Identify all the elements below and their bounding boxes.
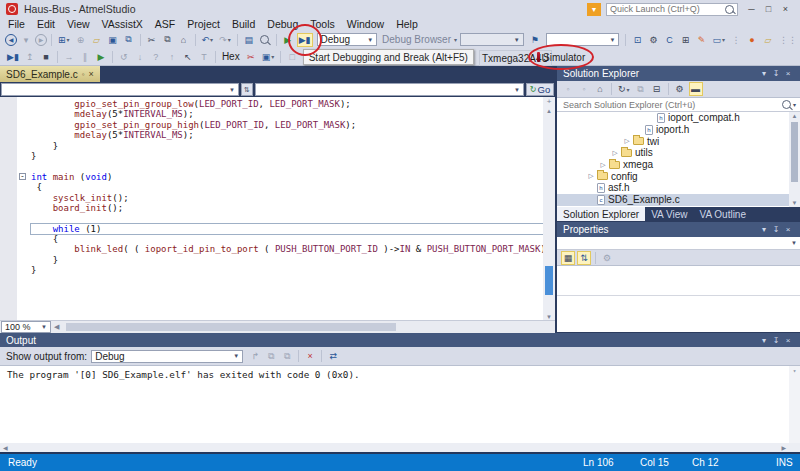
next-message-icon[interactable]: ⧉ — [280, 349, 294, 363]
tab-solution-explorer[interactable]: Solution Explorer — [557, 207, 645, 221]
restart-debug-icon[interactable]: ▶▮ — [5, 50, 21, 64]
start-debug-break-icon[interactable]: ▶▮ — [297, 33, 313, 47]
tree-item-twi[interactable]: ▷twi — [557, 135, 800, 147]
pending-changes-icon[interactable]: ↻▾ — [616, 82, 632, 96]
break-all-icon[interactable]: ∥ — [78, 50, 92, 64]
output-title-bar[interactable]: Output ▾↧× — [0, 333, 800, 347]
menu-window[interactable]: Window — [341, 18, 390, 31]
solution-explorer-search-input[interactable] — [561, 99, 780, 111]
step-into-icon[interactable]: ↓ — [133, 50, 147, 64]
pin-icon[interactable]: ◦ — [82, 70, 85, 79]
output-horizontal-scrollbar[interactable]: ◀ ▶ — [0, 443, 800, 452]
close-icon[interactable]: × — [782, 225, 794, 234]
paste-icon[interactable]: ⌂ — [177, 33, 191, 47]
open-file-icon[interactable]: ▱ — [90, 33, 104, 47]
tree-item-xmega[interactable]: ▷xmega — [557, 159, 800, 171]
tab-va-outline[interactable]: VA Outline — [693, 207, 752, 221]
navigate-forward-icon[interactable]: ▶ — [35, 34, 47, 46]
collapse-all-icon[interactable]: ⊟ — [650, 82, 664, 96]
output-vertical-scrollbar[interactable]: ▾ — [789, 366, 800, 443]
nav-spinner-button[interactable]: ⇅ — [241, 83, 253, 96]
member-combobox[interactable]: ▼ — [255, 83, 524, 96]
scope-combobox[interactable]: ▼ — [1, 83, 239, 96]
tree-scrollbar[interactable]: ▲ ▼ — [789, 112, 800, 207]
scroll-up-icon[interactable]: ▲ — [789, 113, 800, 119]
window-position-icon[interactable]: ▾ — [758, 69, 770, 78]
fold-collapse-icon[interactable]: - — [19, 173, 26, 180]
menu-tools[interactable]: Tools — [304, 18, 341, 31]
se-back-icon[interactable]: ◦ — [561, 82, 575, 96]
continue-icon[interactable]: ▶ — [94, 50, 108, 64]
solution-configurations-icon[interactable]: ▤ — [242, 33, 256, 47]
alphabetical-icon[interactable]: ⇅ — [577, 251, 591, 265]
prev-message-icon[interactable]: ⧉ — [264, 349, 278, 363]
stop-debug-icon[interactable]: ■ — [39, 50, 53, 64]
feedback-icon[interactable]: ▼ — [587, 3, 601, 16]
refresh-device-icon[interactable]: C — [662, 33, 676, 47]
scroll-up-icon[interactable]: ▾ — [789, 367, 800, 374]
menu-asf[interactable]: ASF — [149, 18, 181, 31]
menu-build[interactable]: Build — [226, 18, 261, 31]
scrollbar-thumb[interactable] — [545, 266, 553, 295]
output-source-combobox[interactable]: Debug ▼ — [91, 350, 243, 363]
menu-file[interactable]: File — [2, 18, 31, 31]
scroll-down-icon[interactable]: ▼ — [543, 314, 555, 320]
menu-project[interactable]: Project — [181, 18, 226, 31]
output-text-area[interactable]: The program '[0] SD6_Example.elf' has ex… — [0, 366, 800, 443]
device-programming-icon[interactable]: ▭▾ — [710, 33, 727, 47]
package-icon[interactable]: ⊞ — [678, 33, 692, 47]
save-all-icon[interactable]: ⧉ — [122, 33, 136, 47]
se-home-icon[interactable]: ⌂ — [593, 82, 607, 96]
goto-source-icon[interactable]: ↱ — [248, 349, 262, 363]
hex-toggle[interactable]: Hex — [222, 51, 240, 62]
property-pages-icon[interactable]: ⚙ — [600, 251, 614, 265]
menu-edit[interactable]: Edit — [31, 18, 61, 31]
breakpoint-margin[interactable] — [0, 97, 17, 320]
scroll-left-icon[interactable]: ◀ — [3, 444, 8, 451]
overflow-icon[interactable]: ⋮ — [729, 33, 743, 47]
tree-item-sd6-example-c[interactable]: cSD6_Example.c — [557, 194, 800, 206]
tree-item-asf-h[interactable]: hasf.h — [557, 182, 800, 194]
scroll-left-icon[interactable]: ◀ — [54, 323, 59, 331]
search-toolbar-combobox[interactable]: ▼ — [546, 33, 620, 46]
menu-help[interactable]: Help — [390, 18, 424, 31]
delete-breakpoints-icon[interactable]: ✂ — [244, 50, 258, 64]
scroll-right-icon[interactable]: ▶ — [781, 444, 786, 451]
minimize-button[interactable]: ─ — [743, 2, 760, 16]
reset-icon[interactable]: ↺ — [117, 50, 131, 64]
save-icon[interactable]: ▣ — [106, 33, 120, 47]
scroll-down-icon[interactable]: ▼ — [789, 200, 800, 206]
step-over-icon[interactable]: → — [62, 50, 76, 64]
debug-browser-combobox[interactable]: ▼ — [460, 33, 524, 46]
solution-explorer-title-bar[interactable]: Solution Explorer ▾↧× — [557, 66, 800, 81]
switch-windows-icon[interactable]: ⊡ — [630, 33, 644, 47]
import-folder-icon[interactable]: ▱ — [761, 33, 775, 47]
bookmark-flag-icon[interactable]: ⚑ — [528, 33, 542, 47]
menu-debug[interactable]: Debug — [261, 18, 304, 31]
asf-wizard-icon[interactable]: ● — [745, 33, 759, 47]
se-properties-icon[interactable]: ⚙ — [673, 82, 687, 96]
menu-vassistx[interactable]: VAssistX — [96, 18, 149, 31]
tree-item-utils[interactable]: ▷utils — [557, 147, 800, 159]
navigate-back-dropdown-icon[interactable]: ▾ — [19, 33, 33, 47]
tree-item-config[interactable]: ▷config — [557, 170, 800, 182]
run-to-cursor-icon[interactable]: ↖ — [181, 50, 195, 64]
scrollbar-thumb[interactable] — [791, 122, 798, 182]
redo-icon[interactable]: ↷▾ — [217, 33, 233, 47]
tools-wrench-icon[interactable]: ⚙ — [646, 33, 660, 47]
quick-watch-icon[interactable]: ? — [149, 50, 163, 64]
watch-window-icon[interactable]: ▣▾ — [260, 50, 277, 64]
debug-browser-label[interactable]: Debug Browser — [382, 34, 451, 45]
show-next-statement-icon[interactable]: ↥ — [23, 50, 37, 64]
quick-launch-input[interactable] — [610, 4, 723, 14]
tree-item-ioport-h[interactable]: hioport.h — [557, 124, 800, 136]
step-out-icon[interactable]: ↑ — [165, 50, 179, 64]
tab-va-view[interactable]: VA View — [645, 207, 693, 221]
horizontal-scrollbar[interactable]: ◀ — [51, 321, 555, 333]
word-wrap-icon[interactable]: ⇄ — [326, 349, 340, 363]
preview-selected-icon[interactable]: ▬ — [689, 82, 703, 96]
sync-with-active-document-icon[interactable]: ⧉ — [634, 82, 648, 96]
close-icon[interactable]: × — [89, 69, 94, 79]
close-icon[interactable]: × — [782, 69, 794, 78]
properties-object-combobox[interactable]: ▼ — [557, 237, 800, 250]
